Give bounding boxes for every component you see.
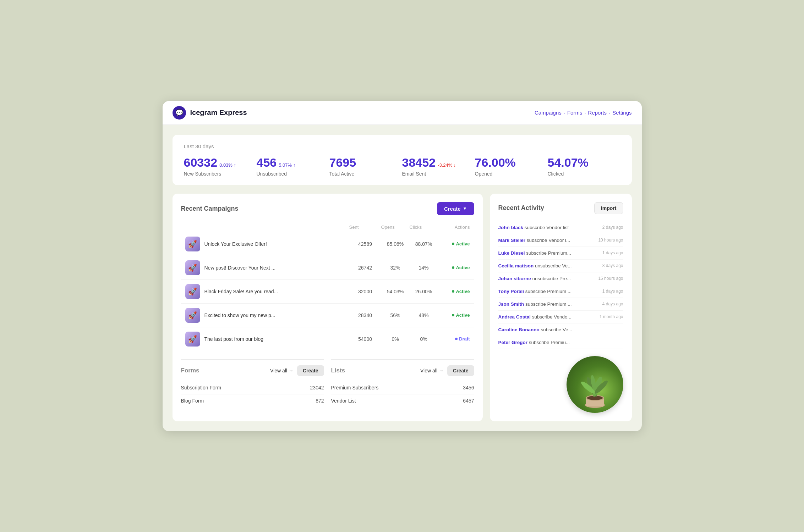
campaigns-panel: Recent Campaigns Create ▼ Sent Opens Cli… xyxy=(173,194,483,421)
activity-user-name[interactable]: Json Smith xyxy=(498,301,524,307)
activity-time: 3 days ago xyxy=(602,263,623,268)
header: 💬 Icegram Express Campaigns · Forms · Re… xyxy=(163,101,642,125)
activity-time: 4 days ago xyxy=(602,301,623,306)
stat-value-email: 38452 xyxy=(402,156,436,170)
form-name: Blog Form xyxy=(181,398,204,404)
nav-reports[interactable]: Reports xyxy=(588,110,607,116)
list-item: Johan siborne unsubscribe Pre... 15 hour… xyxy=(498,272,623,285)
activity-action: subscribe Vendor list xyxy=(525,225,569,230)
table-row[interactable]: 🚀 Excited to show you my new p... 28340 … xyxy=(181,303,474,327)
col-sent: Sent xyxy=(349,225,381,230)
campaigns-header: Recent Campaigns Create ▼ xyxy=(181,202,474,215)
col-opens: Opens xyxy=(381,225,410,230)
activity-user-name[interactable]: Tony Porali xyxy=(498,289,524,294)
list-item: Cecilia mattson unsubscribe Ve... 3 days… xyxy=(498,260,623,272)
table-row[interactable]: 🚀 The last post from our blog 54000 0% 0… xyxy=(181,327,474,351)
list-item[interactable]: Blog Form 872 xyxy=(181,394,324,407)
campaign-name: Unlock Your Exclusive Offer! xyxy=(204,241,267,247)
activity-user-name[interactable]: Cecilia mattson xyxy=(498,263,534,268)
activity-action: subscribe Vendor l... xyxy=(527,238,570,243)
campaign-icon: 🚀 xyxy=(185,332,200,347)
status-badge: Active xyxy=(438,265,470,270)
activity-user-name[interactable]: Andrea Costal xyxy=(498,314,531,320)
list-item[interactable]: Subscription Form 23042 xyxy=(181,381,324,394)
lists-panel: Lists View all → Create Premium Subscrib… xyxy=(331,359,474,407)
list-item[interactable]: Premium Subscribers 3456 xyxy=(331,381,474,394)
active-dot-icon xyxy=(452,266,454,269)
stats-period: Last 30 days xyxy=(184,143,620,149)
nav-forms[interactable]: Forms xyxy=(567,110,583,116)
nav-settings[interactable]: Settings xyxy=(612,110,631,116)
activity-action: unsubscribe Ve... xyxy=(535,263,572,268)
activity-panel: Recent Activity Import John black subscr… xyxy=(490,194,632,421)
two-col-layout: Recent Campaigns Create ▼ Sent Opens Cli… xyxy=(173,194,632,421)
stat-change-subscribers: 8.03% ↑ xyxy=(219,162,236,168)
activity-user-name[interactable]: Johan siborne xyxy=(498,276,531,281)
col-actions: Actions xyxy=(438,225,470,230)
stat-total-active: 7695 Total Active xyxy=(329,156,402,177)
active-dot-icon xyxy=(452,314,454,316)
list-item: Mark Steller subscribe Vendor l... 10 ho… xyxy=(498,234,623,247)
bottom-section: Forms View all → Create Subscription For… xyxy=(181,359,474,407)
list-item[interactable]: Vendor List 6457 xyxy=(331,394,474,407)
campaign-opens: 0% xyxy=(381,336,410,342)
logo-area: 💬 Icegram Express xyxy=(173,106,247,120)
import-button[interactable]: Import xyxy=(594,202,623,214)
status-badge: Active xyxy=(438,241,470,246)
activity-action: subscribe Premiu... xyxy=(529,340,570,345)
create-list-button[interactable]: Create xyxy=(447,365,474,376)
stat-label-unsubscribed: Unsubscribed xyxy=(257,171,329,177)
logo-icon: 💬 xyxy=(173,106,186,120)
list-name: Premium Subscribers xyxy=(331,385,379,390)
campaign-name: The last post from our blog xyxy=(204,336,264,342)
activity-user-name[interactable]: Peter Gregor xyxy=(498,340,528,345)
stat-value-opened: 76.00% xyxy=(475,156,516,170)
status-badge: Active xyxy=(438,312,470,318)
campaign-clicks: 26.00% xyxy=(410,289,438,294)
stat-clicked: 54.07% Clicked xyxy=(548,156,620,177)
create-form-button[interactable]: Create xyxy=(297,365,324,376)
list-item: John black subscribe Vendor list 2 days … xyxy=(498,221,623,234)
campaign-sent: 28340 xyxy=(349,312,381,318)
table-row[interactable]: 🚀 New post! Discover Your Next ... 26742… xyxy=(181,256,474,279)
activity-user-name[interactable]: Luke Diesel xyxy=(498,250,525,256)
list-item: Json Smith subscribe Premium ... 4 days … xyxy=(498,298,623,311)
list-item: Peter Gregor subscribe Premiu... xyxy=(498,336,623,349)
lists-title: Lists xyxy=(331,367,345,374)
activity-user-name[interactable]: Mark Steller xyxy=(498,238,526,243)
col-clicks: Clicks xyxy=(410,225,438,230)
stat-label-clicked: Clicked xyxy=(548,171,620,177)
stat-label-active: Total Active xyxy=(329,171,402,177)
stat-value-unsubscribed: 456 xyxy=(257,156,277,170)
activity-time: 15 hours ago xyxy=(598,276,623,281)
activity-user-name[interactable]: Caroline Bonanno xyxy=(498,327,540,332)
nav-campaigns[interactable]: Campaigns xyxy=(535,110,562,116)
table-row[interactable]: 🚀 Unlock Your Exclusive Offer! 42589 85.… xyxy=(181,232,474,256)
stat-email-sent: 38452 -3.24% ↓ Email Sent xyxy=(402,156,475,177)
active-dot-icon xyxy=(452,290,454,293)
campaign-clicks: 0% xyxy=(410,336,438,342)
stat-value-active: 7695 xyxy=(329,156,356,170)
stat-new-subscribers: 60332 8.03% ↑ New Subscribers xyxy=(184,156,257,177)
list-count: 6457 xyxy=(463,398,474,404)
forms-view-all-link[interactable]: View all → xyxy=(270,368,294,373)
stat-value-subscribers: 60332 xyxy=(184,156,218,170)
activity-header: Recent Activity Import xyxy=(498,202,623,214)
activity-action: subscribe Vendo... xyxy=(532,314,571,320)
status-badge: Active xyxy=(438,289,470,294)
stat-label-email: Email Sent xyxy=(402,171,475,177)
form-count: 23042 xyxy=(310,385,324,390)
stats-row: 60332 8.03% ↑ New Subscribers 456 5.07% … xyxy=(184,156,620,177)
list-count: 3456 xyxy=(463,385,474,390)
campaign-opens: 54.03% xyxy=(381,289,410,294)
campaign-sent: 26742 xyxy=(349,265,381,271)
lists-view-all-link[interactable]: View all → xyxy=(420,368,444,373)
form-count: 872 xyxy=(316,398,324,404)
campaign-name: Black Friday Sale! Are you read... xyxy=(204,289,278,294)
activity-action: subscribe Premium... xyxy=(526,250,571,256)
activity-user-name[interactable]: John black xyxy=(498,225,524,230)
campaign-sent: 32000 xyxy=(349,289,381,294)
stat-unsubscribed: 456 5.07% ↑ Unsubscribed xyxy=(257,156,329,177)
table-row[interactable]: 🚀 Black Friday Sale! Are you read... 320… xyxy=(181,279,474,303)
create-campaign-button[interactable]: Create ▼ xyxy=(437,202,474,215)
